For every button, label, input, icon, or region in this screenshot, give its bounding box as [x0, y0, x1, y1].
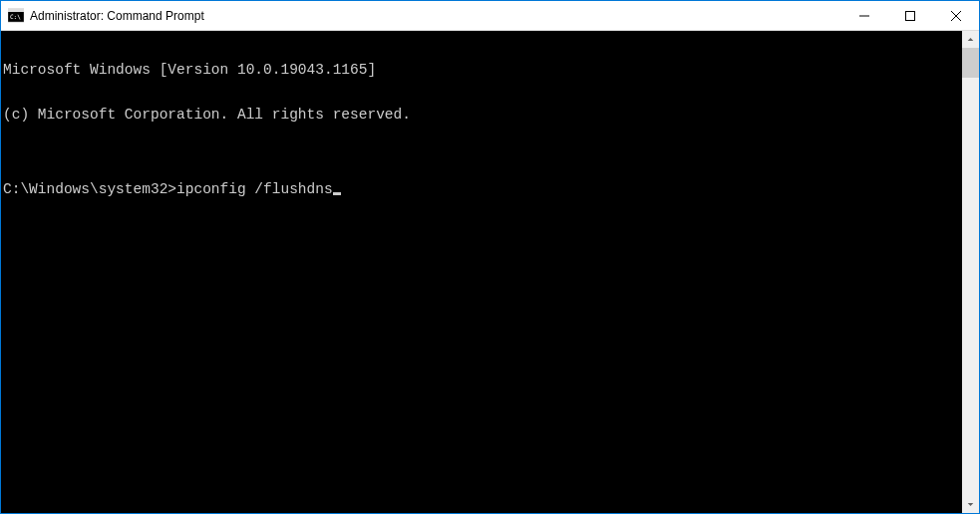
terminal-output[interactable]: Microsoft Windows [Version 10.0.19043.11… — [1, 31, 962, 513]
terminal-line: Microsoft Windows [Version 10.0.19043.11… — [3, 63, 962, 78]
command-prompt-window: C:\ Administrator: Command Prompt — [0, 0, 980, 514]
scroll-down-button[interactable] — [962, 496, 979, 513]
minimize-icon — [859, 11, 869, 21]
chevron-up-icon — [967, 36, 974, 43]
terminal-cursor — [333, 192, 341, 195]
scrollbar-thumb[interactable] — [962, 48, 979, 78]
terminal-command: ipconfig /flushdns — [176, 182, 333, 197]
close-button[interactable] — [933, 1, 979, 30]
svg-text:C:\: C:\ — [10, 13, 21, 20]
terminal-prompt: C:\Windows\system32> — [3, 182, 176, 197]
scroll-up-button[interactable] — [962, 31, 979, 48]
minimize-button[interactable] — [841, 1, 887, 30]
close-icon — [951, 11, 961, 21]
window-title: Administrator: Command Prompt — [30, 9, 841, 23]
maximize-icon — [905, 11, 915, 21]
svg-rect-4 — [906, 11, 915, 20]
svg-rect-1 — [8, 9, 24, 12]
maximize-button[interactable] — [887, 1, 933, 30]
vertical-scrollbar[interactable] — [962, 31, 979, 513]
cmd-icon: C:\ — [8, 8, 24, 24]
content-area: Microsoft Windows [Version 10.0.19043.11… — [1, 31, 979, 513]
titlebar[interactable]: C:\ Administrator: Command Prompt — [1, 1, 979, 31]
window-controls — [841, 1, 979, 30]
chevron-down-icon — [967, 501, 974, 508]
terminal-prompt-line: C:\Windows\system32>ipconfig /flushdns — [3, 182, 962, 197]
terminal-line: (c) Microsoft Corporation. All rights re… — [3, 108, 962, 123]
scrollbar-track[interactable] — [962, 48, 979, 496]
